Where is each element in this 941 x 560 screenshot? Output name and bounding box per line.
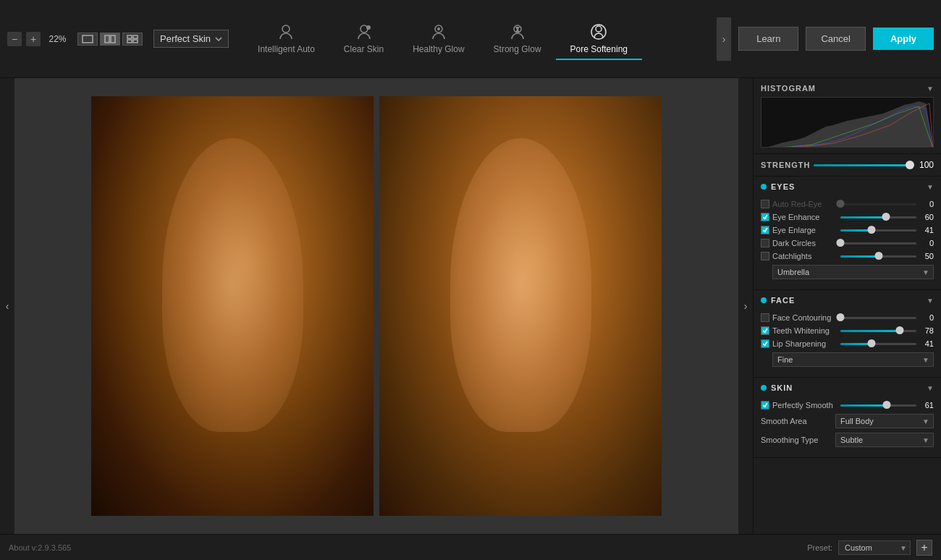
lip-sharpening-label: Lip Sharpening <box>772 339 837 348</box>
catchlights-checkbox[interactable] <box>761 252 769 260</box>
filter-tabs-next[interactable]: › <box>717 17 731 61</box>
histogram-collapse[interactable]: ▼ <box>927 85 934 93</box>
eyes-collapse[interactable]: ▼ <box>927 183 934 191</box>
svg-rect-3 <box>127 35 132 38</box>
strength-slider[interactable] <box>814 164 910 166</box>
preset-dropdown[interactable]: Perfect Skin <box>153 30 229 48</box>
lip-sharpening-thumb[interactable] <box>868 339 876 347</box>
eye-enhance-thumb[interactable] <box>882 213 890 221</box>
canvas-area <box>14 78 738 534</box>
view-toggles <box>77 33 143 46</box>
face-collapse[interactable]: ▼ <box>927 297 934 305</box>
after-face-overlay <box>450 138 591 432</box>
face-contouring-value: 0 <box>919 313 934 322</box>
smoothing-type-dropdown[interactable]: Subtle Medium Strong <box>835 433 934 447</box>
eye-enhance-checkbox[interactable] <box>761 213 769 221</box>
auto-red-eye-checkbox[interactable] <box>761 200 769 208</box>
catchlights-row: Catchlights 50 <box>761 252 934 260</box>
perfectly-smooth-slider[interactable] <box>840 404 916 407</box>
catchlights-value: 50 <box>919 252 934 260</box>
teeth-whitening-value: 78 <box>919 326 934 335</box>
skin-section-header[interactable]: SKIN ▼ <box>754 378 941 398</box>
tab-healthy-glow-label: Healthy Glow <box>413 44 464 54</box>
catchlights-dropdown[interactable]: Umbrella Ring Softbox Natural <box>772 265 934 279</box>
face-contouring-label: Face Contouring <box>772 313 837 322</box>
lip-sharpening-row: Lip Sharpening 41 <box>761 339 934 348</box>
catchlights-fill <box>840 255 879 258</box>
view-toggle-single[interactable] <box>77 33 98 46</box>
next-image-button[interactable]: › <box>738 78 753 534</box>
bottom-bar: About v:2.9.3.565 Preset: Custom Default… <box>0 534 941 560</box>
face-contouring-checkbox[interactable] <box>761 313 769 322</box>
view-toggle-grid[interactable] <box>122 33 143 46</box>
top-right-buttons: Learn Cancel Apply <box>738 27 934 51</box>
face-section-header[interactable]: FACE ▼ <box>754 290 941 310</box>
preset-add-button[interactable]: + <box>916 540 932 556</box>
strength-fill <box>814 164 910 166</box>
face-contouring-thumb[interactable] <box>837 313 845 321</box>
tab-clear-skin[interactable]: Clear Skin <box>329 17 398 60</box>
eye-enhance-slider[interactable] <box>840 216 916 219</box>
tab-intelligent-auto[interactable]: Intelligent Auto <box>243 17 329 60</box>
histogram-section: HISTOGRAM ▼ <box>754 78 941 154</box>
teeth-whitening-checkbox[interactable] <box>761 326 769 335</box>
svg-point-9 <box>366 25 371 30</box>
svg-point-11 <box>437 27 440 30</box>
svg-rect-1 <box>105 35 109 43</box>
teeth-whitening-slider[interactable] <box>840 330 916 332</box>
lip-dropdown[interactable]: Fine Medium Strong <box>772 352 934 367</box>
perfectly-smooth-label: Perfectly Smooth <box>772 401 837 410</box>
dark-circles-slider[interactable] <box>840 242 916 245</box>
top-bar: − + 22% Perfect Skin Intelligent Auto Cl… <box>0 0 941 78</box>
cancel-button[interactable]: Cancel <box>806 27 865 51</box>
face-contouring-row: Face Contouring 0 <box>761 313 934 322</box>
smooth-area-row: Smooth Area Full Body Face Only Custom ▼ <box>761 414 934 428</box>
eye-enlarge-checkbox[interactable] <box>761 226 769 234</box>
tab-pore-softening[interactable]: Pore Softening <box>556 17 642 60</box>
tab-healthy-glow[interactable]: Healthy Glow <box>398 17 478 60</box>
view-toggle-split[interactable] <box>100 33 120 46</box>
tab-strong-glow[interactable]: Strong Glow <box>479 17 556 60</box>
zoom-out-button[interactable]: − <box>7 32 22 46</box>
learn-button[interactable]: Learn <box>738 27 798 51</box>
lip-sharpening-slider[interactable] <box>840 343 916 345</box>
perfectly-smooth-checkbox[interactable] <box>761 401 769 410</box>
strength-value: 100 <box>916 160 934 170</box>
catchlights-slider[interactable] <box>840 255 916 258</box>
auto-red-eye-thumb[interactable] <box>837 200 845 208</box>
dark-circles-thumb[interactable] <box>837 239 845 247</box>
lip-sharpening-checkbox[interactable] <box>761 339 769 348</box>
face-contouring-slider[interactable] <box>840 317 916 319</box>
strength-thumb[interactable] <box>906 161 914 169</box>
lip-sharpening-value: 41 <box>919 339 934 348</box>
smooth-area-dropdown-wrapper: Full Body Face Only Custom ▼ <box>835 414 934 428</box>
dark-circles-checkbox[interactable] <box>761 239 769 247</box>
apply-button[interactable]: Apply <box>873 27 934 50</box>
smooth-area-dropdown[interactable]: Full Body Face Only Custom <box>835 414 934 428</box>
svg-rect-0 <box>83 35 93 43</box>
before-image-panel <box>91 96 374 516</box>
version-text: About v:2.9.3.565 <box>9 543 71 552</box>
preset-select[interactable]: Custom Default Portrait Fashion <box>838 540 911 555</box>
prev-image-button[interactable]: ‹ <box>0 78 14 534</box>
eye-enlarge-thumb[interactable] <box>868 226 876 234</box>
catchlights-thumb[interactable] <box>874 252 882 260</box>
catchlights-dropdown-row: Umbrella Ring Softbox Natural ▼ <box>761 265 934 279</box>
lip-dropdown-row: Fine Medium Strong ▼ <box>761 352 934 367</box>
skin-collapse[interactable]: ▼ <box>927 384 934 392</box>
auto-red-eye-label: Auto Red-Eye <box>772 200 837 208</box>
auto-red-eye-slider[interactable] <box>840 203 916 205</box>
tab-pore-softening-label: Pore Softening <box>570 44 628 54</box>
eye-enhance-value: 60 <box>919 213 934 221</box>
eyes-section: EYES ▼ Auto Red-Eye 0 Eye Enhance <box>754 177 941 290</box>
histogram-header: HISTOGRAM ▼ <box>761 84 934 93</box>
zoom-in-button[interactable]: + <box>26 32 41 46</box>
eyes-section-header[interactable]: EYES ▼ <box>754 177 941 197</box>
preset-select-wrapper: Custom Default Portrait Fashion ▼ <box>838 540 911 555</box>
smoothing-type-row: Smoothing Type Subtle Medium Strong ▼ <box>761 433 934 447</box>
teeth-whitening-label: Teeth Whitening <box>772 326 837 335</box>
preset-label: Preset: <box>807 543 832 552</box>
perfectly-smooth-thumb[interactable] <box>883 401 891 409</box>
eye-enlarge-slider[interactable] <box>840 229 916 232</box>
teeth-whitening-thumb[interactable] <box>895 326 903 334</box>
